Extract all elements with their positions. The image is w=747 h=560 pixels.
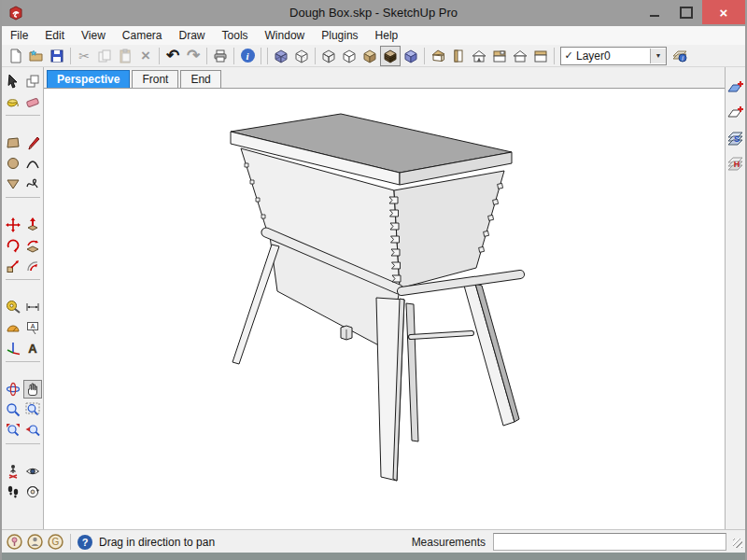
hidden-line-style-button[interactable] (339, 46, 359, 66)
scale-tool[interactable] (4, 257, 22, 275)
save-button[interactable] (47, 46, 67, 66)
menu-view[interactable]: View (73, 27, 114, 44)
layer-manager-button[interactable]: i (669, 46, 690, 66)
position-camera-tool[interactable] (4, 462, 22, 481)
view-front-icon (472, 49, 486, 63)
freehand-tool[interactable] (23, 175, 42, 193)
minimize-icon (650, 15, 659, 17)
credits-icon[interactable]: G (48, 534, 63, 550)
menu-edit[interactable]: Edit (36, 27, 73, 44)
minimize-button[interactable] (639, 0, 670, 24)
view-front-button[interactable] (469, 46, 489, 66)
print-button[interactable] (210, 46, 231, 66)
toolbar-separator (424, 48, 425, 64)
offset-tool[interactable] (23, 257, 42, 275)
view-right-button[interactable] (489, 46, 510, 66)
open-button[interactable] (26, 46, 47, 66)
polygon-tool[interactable] (4, 175, 22, 193)
3d-text-tool[interactable]: A (23, 339, 42, 357)
drawing-canvas[interactable] (44, 89, 725, 529)
credits-glyph: G (52, 537, 60, 547)
claim-model-icon[interactable] (27, 534, 43, 550)
show-layers-button[interactable]: S (726, 129, 745, 147)
undo-button[interactable]: ↶ (162, 46, 183, 66)
close-button[interactable]: × (702, 0, 745, 24)
sketchup-window: Dough Box.skp - SketchUp Pro × File Edit… (0, 0, 747, 560)
new-button[interactable] (6, 46, 26, 66)
status-hint: Drag in direction to pan (99, 536, 215, 549)
menu-plugins[interactable]: Plugins (313, 27, 366, 44)
rotate-tool[interactable] (4, 236, 22, 255)
wireframe-style-button[interactable] (318, 46, 339, 66)
tab-perspective[interactable]: Perspective (47, 70, 130, 88)
line-tool[interactable] (23, 133, 42, 152)
delete-button[interactable]: × (135, 46, 156, 66)
maximize-button[interactable] (670, 0, 702, 24)
hide-layers-button[interactable]: H (726, 154, 745, 173)
help-icon[interactable]: ? (78, 535, 92, 550)
orbit-tool[interactable] (4, 380, 22, 399)
view-iso-button[interactable] (428, 46, 448, 66)
monochrome-style-button[interactable] (401, 46, 421, 66)
copy-button[interactable] (94, 46, 115, 66)
follow-me-tool[interactable] (23, 236, 42, 255)
pan-tool[interactable] (23, 380, 42, 399)
text-tool[interactable]: A (23, 318, 42, 337)
model-info-button[interactable]: i (237, 46, 258, 66)
menu-camera[interactable]: Camera (114, 27, 171, 44)
circle-tool[interactable] (4, 154, 22, 173)
turn-around-tool[interactable] (23, 483, 42, 501)
zoom-extents-tool[interactable] (4, 421, 22, 440)
dimension-tool[interactable] (23, 298, 42, 316)
look-around-tool[interactable] (23, 462, 42, 481)
arc-tool[interactable] (23, 154, 42, 173)
move-tool[interactable] (4, 216, 22, 234)
rectangle-tool[interactable] (4, 133, 22, 152)
tape-measure-tool[interactable] (4, 298, 22, 316)
redo-button[interactable]: ↷ (183, 46, 204, 66)
toolbar-separator (267, 48, 268, 64)
walk-footprints-icon (6, 484, 21, 499)
zoom-tool[interactable] (4, 400, 22, 419)
xray-style-button[interactable] (271, 46, 291, 66)
walk-tool[interactable] (4, 483, 22, 501)
tab-front[interactable]: Front (132, 70, 178, 88)
menu-file[interactable]: File (2, 27, 36, 44)
menu-draw[interactable]: Draw (171, 27, 214, 44)
view-left-button[interactable] (530, 46, 551, 66)
zoom-window-tool[interactable] (23, 400, 42, 419)
shaded-with-textures-style-button[interactable] (380, 46, 401, 66)
paint-bucket-tool[interactable] (4, 92, 22, 111)
protractor-tool[interactable] (4, 318, 22, 337)
push-pull-tool[interactable] (23, 216, 42, 234)
resize-grip[interactable] (728, 533, 745, 551)
toolbar-separator (315, 48, 316, 64)
view-back-button[interactable] (510, 46, 530, 66)
undo-icon: ↶ (166, 48, 179, 63)
layer-dropdown-button[interactable]: ▼ (650, 49, 666, 63)
view-top-button[interactable] (448, 46, 469, 66)
menu-help[interactable]: Help (367, 27, 407, 44)
menu-window[interactable]: Window (257, 27, 314, 44)
axes-tool[interactable] (4, 339, 22, 357)
make-component-tool[interactable] (23, 72, 42, 91)
layer-combobox[interactable]: ✓ Layer0 ▼ (560, 47, 667, 65)
add-layer-button[interactable] (726, 104, 745, 122)
shaded-style-button[interactable] (359, 46, 380, 66)
add-colored-layer-button[interactable] (726, 78, 745, 97)
eraser-tool[interactable] (23, 92, 42, 111)
show-layers-icon: S (727, 130, 744, 147)
tab-end[interactable]: End (180, 70, 220, 88)
paste-button[interactable] (115, 46, 135, 66)
cut-button[interactable]: ✂ (74, 46, 94, 66)
main-area: A A (2, 67, 745, 529)
palette-separator (6, 115, 40, 116)
menu-tools[interactable]: Tools (214, 27, 257, 44)
position-camera-icon (6, 464, 21, 479)
back-edges-style-button[interactable] (291, 46, 312, 66)
measurements-input[interactable] (493, 533, 726, 551)
zoom-previous-tool[interactable] (23, 421, 42, 440)
zoom-extents-icon (6, 423, 21, 438)
geolocation-icon[interactable] (7, 534, 22, 550)
select-tool[interactable] (4, 72, 22, 91)
